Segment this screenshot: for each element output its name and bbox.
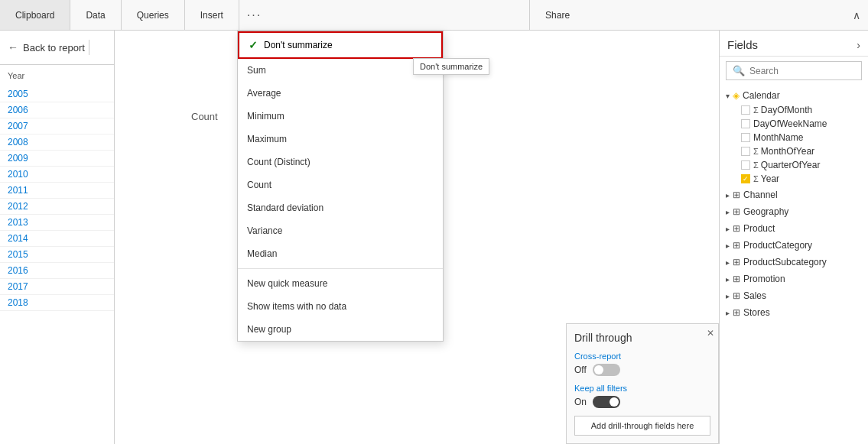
search-box[interactable]: 🔍 xyxy=(726,61,862,80)
tab-data[interactable]: Data xyxy=(70,0,121,30)
tree-group-header-sales[interactable]: ▸⊞Sales xyxy=(720,288,868,303)
year-item-2016[interactable]: 2016 xyxy=(0,263,114,279)
tree-child-dayofweekname[interactable]: DayOfWeekName xyxy=(735,117,868,131)
year-item-2013[interactable]: 2013 xyxy=(0,215,114,231)
context-menu: ✓ Don't summarize SumAverageMinimumMaxim… xyxy=(237,31,444,342)
tree-child-label: QuarterOfYear xyxy=(761,160,821,170)
year-item-2005[interactable]: 2005 xyxy=(0,86,114,102)
year-item-2008[interactable]: 2008 xyxy=(0,134,114,151)
menu-item-count-(distinct)[interactable]: Count (Distinct) xyxy=(238,151,443,173)
back-to-report-button[interactable]: ← Back to report xyxy=(0,31,114,65)
tree-child-quarterofyear[interactable]: ΣQuarterOfYear xyxy=(735,158,868,172)
table-icon: ⊞ xyxy=(733,206,740,217)
year-item-2015[interactable]: 2015 xyxy=(0,247,114,263)
tab-queries[interactable]: Queries xyxy=(122,0,185,30)
tab-clipboard[interactable]: Clipboard xyxy=(0,0,70,30)
chevron-icon: ▸ xyxy=(726,258,730,267)
chevron-icon: ▸ xyxy=(726,208,730,216)
menu-item-average[interactable]: Average xyxy=(238,82,443,105)
tree-check-dayofmonth[interactable] xyxy=(741,105,750,115)
year-item-2006[interactable]: 2006 xyxy=(0,102,114,118)
sigma-icon: Σ xyxy=(753,174,759,183)
menu-item-count[interactable]: Count xyxy=(238,173,443,196)
menu-item-maximum[interactable]: Maximum xyxy=(238,128,443,151)
context-menu-header[interactable]: ✓ Don't summarize xyxy=(238,31,443,59)
dont-summarize-label: Don't summarize xyxy=(264,40,333,50)
tree-child-dayofmonth[interactable]: ΣDayOfMonth xyxy=(735,103,868,117)
tree-group-header-productcategory[interactable]: ▸⊞ProductCategory xyxy=(720,238,868,253)
off-label: Off xyxy=(574,365,587,375)
sigma-icon: Σ xyxy=(753,147,759,156)
year-item-2014[interactable]: 2014 xyxy=(0,231,114,247)
cross-report-toggle-row: Off xyxy=(574,364,710,376)
menu-item-sum[interactable]: Sum xyxy=(238,59,443,82)
tree-group-header-promotion[interactable]: ▸⊞Promotion xyxy=(720,271,868,287)
keep-filters-toggle[interactable] xyxy=(593,396,620,408)
search-icon: 🔍 xyxy=(733,65,745,76)
tree-child-monthofyear[interactable]: ΣMonthOfYear xyxy=(735,144,868,158)
table-icon: ⊞ xyxy=(733,307,740,318)
tree-group-promotion: ▸⊞Promotion xyxy=(720,271,868,287)
sigma-icon: Σ xyxy=(753,160,759,170)
table-icon: ⊞ xyxy=(733,257,740,267)
tab-insert[interactable]: Insert xyxy=(185,0,239,30)
more-options-icon[interactable]: ··· xyxy=(239,8,269,22)
tree-check-quarterofyear[interactable] xyxy=(741,160,750,170)
tree-group-header-calendar[interactable]: ▾◈Calendar xyxy=(720,88,868,103)
year-item-2009[interactable]: 2009 xyxy=(0,151,114,167)
tree-child-label: DayOfWeekName xyxy=(753,118,827,129)
tree-group-label: Product xyxy=(743,223,775,234)
collapse-icon[interactable]: ∧ xyxy=(845,9,868,21)
year-item-2012[interactable]: 2012 xyxy=(0,199,114,215)
fields-header: Fields › xyxy=(720,31,868,57)
menu-item-median[interactable]: Median xyxy=(238,242,443,265)
left-panel: ← Back to report Year 200520062007200820… xyxy=(0,31,115,444)
year-item-2010[interactable]: 2010 xyxy=(0,167,114,183)
menu-item-minimum[interactable]: Minimum xyxy=(238,105,443,128)
tree-group-header-geography[interactable]: ▸⊞Geography xyxy=(720,204,868,219)
keep-filters-toggle-row: On xyxy=(574,396,710,408)
tree-group-header-product[interactable]: ▸⊞Product xyxy=(720,221,868,236)
tree-group-channel: ▸⊞Channel xyxy=(720,187,868,203)
menu-item-standard-deviation[interactable]: Standard deviation xyxy=(238,196,443,219)
menu-item-variance[interactable]: Variance xyxy=(238,219,443,242)
menu-item-new-group[interactable]: New group xyxy=(238,318,443,341)
cross-report-toggle[interactable] xyxy=(593,364,620,376)
add-drill-fields-button[interactable]: Add drill-through fields here xyxy=(574,416,710,436)
back-label: Back to report xyxy=(23,42,85,53)
drill-through-panel: ✕ Drill through Cross-report Off Keep al… xyxy=(566,323,719,444)
tree-group-header-stores[interactable]: ▸⊞Stores xyxy=(720,305,868,320)
tree-child-monthname[interactable]: MonthName xyxy=(735,131,868,144)
chevron-icon: ▸ xyxy=(726,225,730,233)
tree-check-year[interactable] xyxy=(741,174,750,183)
tree-child-year[interactable]: ΣYear xyxy=(735,172,868,186)
back-arrow-icon: ← xyxy=(8,41,18,53)
year-item-2007[interactable]: 2007 xyxy=(0,118,114,134)
year-item-2018[interactable]: 2018 xyxy=(0,295,114,311)
fields-panel: Fields › 🔍 ▾◈CalendarΣDayOfMonthDayOfWee… xyxy=(719,31,868,444)
tree-group-header-channel[interactable]: ▸⊞Channel xyxy=(720,187,868,203)
drill-close-button[interactable]: ✕ xyxy=(707,328,714,339)
tree-group-label: Calendar xyxy=(743,90,780,101)
tab-share[interactable]: Share xyxy=(529,0,585,30)
count-axis-label: Count xyxy=(191,111,218,122)
year-item-2011[interactable]: 2011 xyxy=(0,183,114,199)
year-item-2017[interactable]: 2017 xyxy=(0,279,114,295)
tree-check-monthname[interactable] xyxy=(741,133,750,142)
menu-item-new-quick-measure[interactable]: New quick measure xyxy=(238,272,443,295)
chevron-icon: ▸ xyxy=(726,275,730,284)
menu-item-show-items-with-no-data[interactable]: Show items with no data xyxy=(238,295,443,318)
search-input[interactable] xyxy=(749,66,855,76)
tree-check-dayofweekname[interactable] xyxy=(741,119,750,128)
dont-summarize-tooltip: Don't summarize xyxy=(413,58,489,75)
tree-group-label: Channel xyxy=(743,190,778,200)
center-area: Count ✓ Don't summarize SumAverageMinimu… xyxy=(115,31,719,444)
toolbar: Clipboard Data Queries Insert ··· Share … xyxy=(0,0,868,31)
tree-child-label: Year xyxy=(761,173,779,184)
cross-report-label: Cross-report xyxy=(574,352,710,361)
tree-check-monthofyear[interactable] xyxy=(741,147,750,156)
fields-tree: ▾◈CalendarΣDayOfMonthDayOfWeekNameMonthN… xyxy=(720,85,868,444)
fields-collapse-icon[interactable]: › xyxy=(857,39,860,51)
tree-group-header-productsubcategory[interactable]: ▸⊞ProductSubcategory xyxy=(720,254,868,270)
tree-group-label: ProductSubcategory xyxy=(743,257,827,267)
